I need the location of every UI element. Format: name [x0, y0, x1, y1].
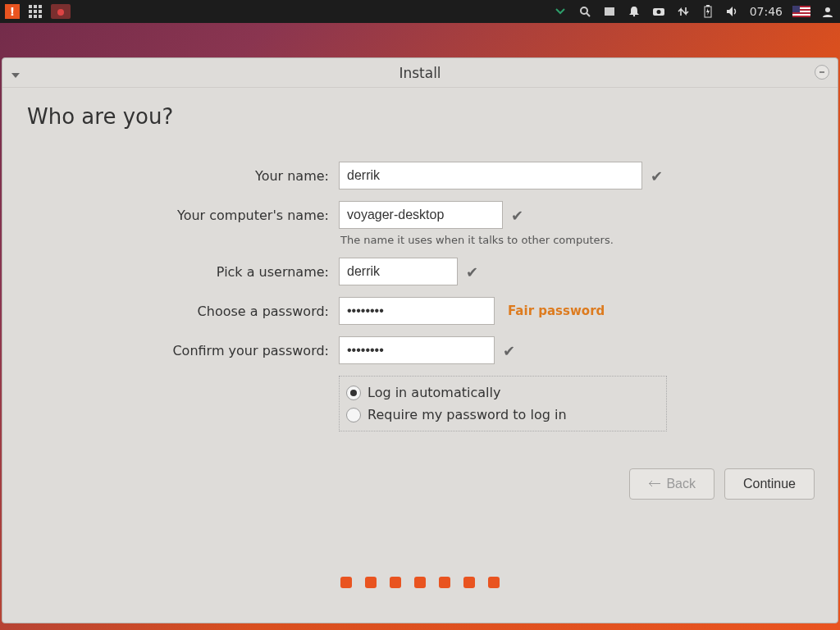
radio-auto-label: Log in automatically [368, 385, 500, 400]
chevron-down-icon[interactable] [553, 4, 568, 19]
progress-dot [390, 577, 401, 588]
keyboard-layout-flag-icon[interactable] [792, 6, 810, 17]
progress-dot [414, 577, 426, 588]
svg-point-0 [57, 9, 64, 16]
radio-auto-login[interactable]: Log in automatically [346, 381, 660, 404]
computer-name-input[interactable] [339, 201, 503, 229]
radio-icon [346, 386, 361, 400]
username-input[interactable] [339, 258, 458, 285]
arrow-left-icon: 🡐 [648, 477, 661, 491]
your-name-input[interactable] [339, 162, 642, 189]
window-menu-icon[interactable] [11, 66, 21, 83]
progress-dot [439, 577, 450, 588]
check-icon: ✔ [511, 207, 523, 224]
your-name-label: Your name: [27, 168, 339, 184]
username-label: Pick a username: [27, 264, 339, 280]
user-form: Your name: ✔ Your computer's name: ✔ The… [27, 162, 813, 431]
progress-dot [463, 577, 475, 588]
svg-rect-8 [706, 5, 710, 7]
check-icon: ✔ [503, 342, 515, 359]
svg-point-6 [656, 10, 660, 14]
password-label: Choose a password: [27, 304, 339, 319]
svg-point-1 [581, 7, 587, 14]
radio-icon [346, 408, 361, 422]
svg-line-2 [587, 13, 590, 16]
confirm-password-input[interactable] [339, 336, 495, 364]
computer-name-hint: The name it uses when it talks to other … [340, 234, 831, 246]
check-icon: ✔ [651, 167, 663, 185]
svg-point-9 [825, 7, 830, 12]
login-option-group: Log in automatically Require my password… [339, 376, 667, 431]
minimize-button[interactable] [815, 65, 829, 80]
progress-dot [365, 577, 377, 588]
progress-dot [488, 577, 500, 588]
window-title: Install [399, 65, 441, 81]
progress-dot [340, 577, 352, 588]
volume-icon[interactable] [725, 4, 740, 19]
installer-window: Install Who are you? Your name: ✔ Your c… [2, 57, 838, 623]
apps-grid-icon[interactable] [28, 4, 43, 19]
password-input[interactable] [339, 297, 495, 325]
network-updown-icon[interactable] [676, 4, 691, 19]
user-icon[interactable] [820, 4, 835, 19]
search-icon[interactable] [578, 4, 592, 19]
page-title: Who are you? [27, 104, 813, 129]
svg-rect-3 [605, 7, 614, 16]
radio-require-label: Require my password to log in [368, 407, 567, 422]
workspace-icon[interactable] [602, 4, 617, 19]
camera-icon[interactable] [651, 4, 666, 19]
check-icon: ✔ [466, 263, 478, 281]
package-warning-icon[interactable] [51, 4, 71, 19]
confirm-password-label: Confirm your password: [27, 343, 339, 358]
computer-name-label: Your computer's name: [27, 208, 339, 223]
back-button[interactable]: 🡐 Back [629, 468, 714, 500]
password-strength: Fair password [508, 304, 605, 318]
window-titlebar: Install [2, 58, 838, 88]
continue-button[interactable]: Continue [724, 468, 815, 500]
clock[interactable]: 07:46 [750, 5, 783, 18]
battery-icon[interactable] [701, 4, 715, 19]
svg-point-4 [632, 15, 634, 16]
distro-logo-icon[interactable]: ! [5, 4, 20, 19]
progress-dots [2, 577, 838, 588]
top-panel: ! 07:46 [0, 0, 840, 23]
bell-icon[interactable] [627, 4, 641, 19]
radio-require-password[interactable]: Require my password to log in [346, 404, 660, 426]
